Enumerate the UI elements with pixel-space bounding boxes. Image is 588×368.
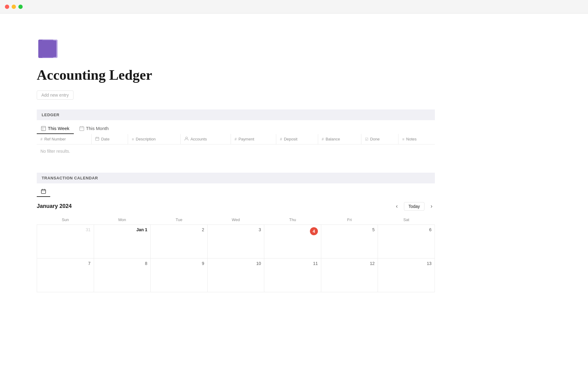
col-deposit: # Deposit xyxy=(276,134,318,144)
close-button[interactable] xyxy=(5,5,9,9)
tab-this-month-label: This Month xyxy=(86,126,109,131)
day-number: Jan 1 xyxy=(136,227,147,232)
svg-rect-3 xyxy=(41,126,46,131)
svg-point-14 xyxy=(186,137,187,139)
calendar-day-cell[interactable]: 3 xyxy=(207,225,264,259)
checkbox-icon: ☑ xyxy=(365,137,368,141)
no-results-text: No filter results. xyxy=(37,144,435,158)
ledger-tabs: This Week This Month xyxy=(37,120,392,134)
col-accounts: Accounts xyxy=(180,134,231,144)
col-date-label: Date xyxy=(101,137,109,141)
ledger-table: # Ref Number xyxy=(37,134,435,158)
col-payment-label: Payment xyxy=(239,137,254,141)
add-entry-button[interactable]: Add new entry xyxy=(37,90,74,100)
day-number: 13 xyxy=(427,261,432,266)
day-number: 6 xyxy=(429,227,432,232)
calendar-day-cell[interactable]: 13 xyxy=(378,259,435,292)
calendar-day-cell[interactable]: 5 xyxy=(321,225,378,259)
col-description: ≡ Description xyxy=(128,134,181,144)
calendar-day-cell[interactable]: 31 xyxy=(37,225,94,259)
calendar-day-cell[interactable]: 9 xyxy=(151,259,208,292)
day-number: 8 xyxy=(145,261,147,266)
col-notes: ≡ Notes xyxy=(398,134,435,144)
minimize-button[interactable] xyxy=(12,5,16,9)
today-button[interactable]: Today xyxy=(404,202,424,211)
ledger-section-header: LEDGER xyxy=(37,109,435,120)
day-number: 3 xyxy=(258,227,261,232)
col-payment: # Payment xyxy=(231,134,276,144)
calendar-day-cell[interactable]: 8 xyxy=(94,259,151,292)
day-number: 12 xyxy=(370,261,375,266)
calendar-day-cell[interactable]: 10 xyxy=(207,259,264,292)
hash-deposit-icon: # xyxy=(280,137,282,141)
no-results-row: No filter results. xyxy=(37,144,435,158)
calendar-header: January 2024 ‹ Today › xyxy=(37,202,435,211)
title-bar xyxy=(0,0,588,13)
calendar-day-cell[interactable]: 11 xyxy=(264,259,321,292)
day-number: 4 xyxy=(310,227,318,235)
transaction-calendar-section: TRANSACTION CALENDAR January 2024 ‹ Toda… xyxy=(37,173,392,292)
calendar-day-cell[interactable]: 2 xyxy=(151,225,208,259)
transaction-section-header: TRANSACTION CALENDAR xyxy=(37,173,435,183)
col-done: ☑ Done xyxy=(361,134,398,144)
calendar-nav: ‹ Today › xyxy=(394,202,435,211)
day-number: 9 xyxy=(202,261,204,266)
dow-wed: Wed xyxy=(207,215,264,225)
dow-sun: Sun xyxy=(37,215,94,225)
col-ref-number-label: Ref Number xyxy=(44,137,66,141)
dow-sat: Sat xyxy=(378,215,435,225)
calendar-grid: Sun Mon Tue Wed Thu Fri Sat 31Jan 123456… xyxy=(37,215,435,292)
calendar-next-button[interactable]: › xyxy=(428,202,435,211)
calendar-day-cell[interactable]: 12 xyxy=(321,259,378,292)
day-number: 31 xyxy=(86,227,91,232)
dow-tue: Tue xyxy=(151,215,208,225)
tab-this-month[interactable]: This Month xyxy=(75,123,113,134)
table-icon xyxy=(41,126,46,131)
col-balance: # Balance xyxy=(318,134,361,144)
svg-rect-10 xyxy=(96,137,99,140)
col-description-label: Description xyxy=(136,137,156,141)
hash-icon: # xyxy=(40,137,43,141)
page-title: Accounting Ledger xyxy=(37,67,392,83)
person-icon xyxy=(184,136,189,142)
maximize-button[interactable] xyxy=(18,5,23,9)
hash-payment-icon: # xyxy=(235,137,237,141)
calendar-month-title: January 2024 xyxy=(37,203,72,209)
calendar-tabs xyxy=(37,183,392,197)
calendar-prev-button[interactable]: ‹ xyxy=(394,202,400,211)
calendar-week-row: 78910111213 xyxy=(37,259,435,292)
main-content: Accounting Ledger Add new entry LEDGER T… xyxy=(0,13,429,311)
svg-rect-15 xyxy=(41,190,46,194)
day-number: 7 xyxy=(88,261,91,266)
col-ref-number: # Ref Number xyxy=(37,134,92,144)
svg-rect-6 xyxy=(80,127,84,131)
page-icon xyxy=(37,38,392,67)
notes-list-icon: ≡ xyxy=(402,137,404,141)
col-deposit-label: Deposit xyxy=(284,137,297,141)
col-done-label: Done xyxy=(370,137,380,141)
day-number: 10 xyxy=(256,261,261,266)
col-notes-label: Notes xyxy=(406,137,417,141)
calendar-view-tab[interactable] xyxy=(37,186,50,197)
col-balance-label: Balance xyxy=(326,137,340,141)
tab-this-week-label: This Week xyxy=(48,126,70,131)
dow-fri: Fri xyxy=(321,215,378,225)
day-number: 2 xyxy=(202,227,204,232)
dow-thu: Thu xyxy=(264,215,321,225)
hash-balance-icon: # xyxy=(322,137,324,141)
svg-rect-2 xyxy=(42,40,56,57)
calendar-day-cell[interactable]: 6 xyxy=(378,225,435,259)
col-accounts-label: Accounts xyxy=(190,137,207,141)
day-number: 5 xyxy=(372,227,375,232)
calendar-grid-icon xyxy=(41,189,46,194)
calendar-icon xyxy=(79,126,84,131)
list-icon: ≡ xyxy=(132,137,134,141)
col-date: Date xyxy=(92,134,128,144)
calendar-day-cell[interactable]: Jan 1 xyxy=(94,225,151,259)
calendar-col-icon xyxy=(95,137,99,142)
tab-this-week[interactable]: This Week xyxy=(37,123,74,134)
calendar-day-cell[interactable]: 4 xyxy=(264,225,321,259)
calendar-week-row: 31Jan 123456 xyxy=(37,225,435,259)
calendar-day-cell[interactable]: 7 xyxy=(37,259,94,292)
dow-mon: Mon xyxy=(94,215,151,225)
